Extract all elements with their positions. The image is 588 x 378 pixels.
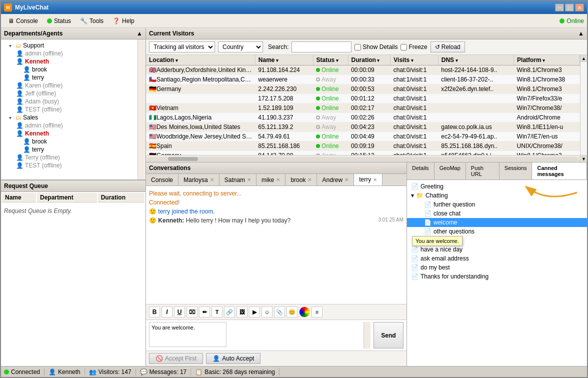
tab-terry[interactable]: terry ✕ (354, 174, 382, 186)
tab-satnam[interactable]: Satnam ✕ (220, 174, 256, 186)
country-select[interactable]: Country (218, 42, 263, 52)
freeze-label[interactable]: Freeze (400, 44, 427, 50)
agent-kenneth-support[interactable]: 👤 Kenneth (1, 58, 138, 66)
agent-jeff-support[interactable]: 👤 Jeff (offline) (1, 90, 138, 98)
menu-tools[interactable]: 🔧 Tools (76, 16, 108, 26)
agent-admin-support[interactable]: 👤 admin (offline) (1, 50, 138, 58)
visitors-vscroll[interactable]: ▲ ▼ (580, 55, 587, 162)
maximize-button[interactable]: □ (565, 4, 574, 12)
dept-sales[interactable]: ▾ 🗂 Sales (1, 114, 138, 122)
vscroll-up[interactable]: ▲ (580, 55, 587, 62)
image-button[interactable]: 🖼 (236, 306, 248, 318)
canned-further-question[interactable]: 📄 further question (407, 200, 587, 209)
auto-accept-button[interactable]: 👤 Auto Accept (206, 353, 260, 364)
table-row[interactable]: 🇨🇱Santiago,Region Metropolitana,Chile we… (146, 75, 580, 84)
text-button[interactable]: T (212, 306, 222, 318)
canned-other-questions[interactable]: 📄 other questions You are welcome. (407, 227, 587, 236)
freeze-checkbox[interactable] (400, 44, 407, 50)
link-button[interactable]: 🔗 (224, 306, 235, 318)
tab-console[interactable]: Console (146, 174, 178, 186)
table-row[interactable]: 🇻🇳Vietnam 1.52.189.109 Online 00:02:17 c… (146, 104, 580, 113)
agent-test-support[interactable]: 👤 TEST (offline) (1, 106, 138, 114)
tab-marloysa[interactable]: Marloysa ✕ (178, 174, 220, 186)
tab-sessions[interactable]: Sessions (500, 162, 532, 180)
table-row[interactable]: 🇺🇸Woodbridge,New Jersey,United States 54… (146, 132, 580, 142)
tab-marloysa-close[interactable]: ✕ (210, 177, 214, 182)
send-button[interactable]: Send (374, 322, 404, 348)
col-duration[interactable]: Duration (348, 55, 390, 66)
table-row[interactable]: 🇺🇸Des Moines,Iowa,United States 65.121.1… (146, 122, 580, 132)
agent-test-sales[interactable]: 👤 TEST (offline) (1, 162, 138, 170)
format-button[interactable]: ⌧ (186, 306, 198, 318)
attach-button[interactable]: 📎 (274, 306, 285, 318)
underline-button[interactable]: U (174, 306, 185, 318)
tab-brook-close[interactable]: ✕ (308, 177, 312, 182)
search-input[interactable] (292, 42, 352, 52)
agent-adam-support[interactable]: 👤 Adam (busy) (1, 98, 138, 106)
col-dns[interactable]: DNS (438, 55, 514, 66)
more-button[interactable]: ≡ (312, 306, 322, 318)
chat-input[interactable]: You are welcome. (149, 322, 226, 347)
menu-help[interactable]: ❓ Help (108, 16, 138, 26)
pencil-button[interactable]: ✏ (199, 306, 210, 318)
tab-mike-close[interactable]: ✕ (276, 177, 280, 182)
canned-do-best[interactable]: 📄 do my best (407, 263, 587, 272)
tab-andrew-close[interactable]: ✕ (344, 177, 348, 182)
emoji-button[interactable]: ☺ (262, 306, 272, 318)
horizontal-scrollbar[interactable] (146, 155, 580, 162)
canned-nice-day[interactable]: 📄 have a nice day (407, 245, 587, 254)
tab-details[interactable]: Details (407, 162, 434, 180)
show-details-checkbox[interactable] (354, 44, 361, 50)
close-button[interactable]: ✕ (575, 4, 584, 12)
canned-greeting[interactable]: 📄 Greeting (407, 182, 587, 191)
col-visits[interactable]: Visits (390, 55, 438, 66)
canned-ask-email[interactable]: 📄 ask email address (407, 254, 587, 263)
minimize-button[interactable]: ─ (555, 4, 564, 12)
tab-brook[interactable]: brook ✕ (286, 174, 317, 186)
smiley-button[interactable]: 😊 (286, 306, 298, 318)
agent-brook-support[interactable]: 👤 brook (1, 66, 138, 74)
bold-button[interactable]: B (149, 306, 160, 318)
dept-support[interactable]: ▾ 🗂 Support (1, 42, 138, 50)
menu-console[interactable]: 🖥 Console (4, 16, 42, 26)
media-button[interactable]: ▶ (249, 306, 260, 318)
table-row[interactable]: 🇳🇬Lagos,Lagos,Nigeria 41.190.3.237 Away … (146, 113, 580, 122)
tab-geomap[interactable]: GeoMap (434, 162, 466, 180)
vscroll-down[interactable]: ▼ (580, 155, 587, 162)
accept-first-button[interactable]: 🚫 Accept First (149, 353, 203, 364)
menu-status[interactable]: Status (43, 16, 75, 26)
tracking-select[interactable]: Tracking all visitors Tracking visitors (149, 42, 215, 52)
agent-brook-sales[interactable]: 👤 brook (1, 138, 138, 146)
col-status[interactable]: Status (313, 55, 348, 66)
table-row[interactable]: 🇩🇪Germany 84.143.70.98 Away 00:15:13 cha… (146, 151, 580, 156)
table-row[interactable]: 172.17.5.208 Online 00:01:12 chat:0/visi… (146, 94, 580, 104)
table-row[interactable]: 🇪🇸Spain 85.251.168.186 Online 00:09:19 c… (146, 142, 580, 151)
italic-button[interactable]: I (162, 306, 172, 318)
col-platform[interactable]: Platform (514, 55, 580, 66)
canned-thanks[interactable]: 📄 Thanks for understanding (407, 272, 587, 281)
tab-satnam-close[interactable]: ✕ (247, 177, 251, 182)
agent-terry2-sales[interactable]: 👤 Terry (offline) (1, 154, 138, 162)
canned-chatting[interactable]: ▾ 📁 Chatting (407, 191, 587, 200)
col-name[interactable]: Name (255, 55, 313, 66)
table-row[interactable]: 🇩🇪Germany 2.242.226.230 Online 00:00:53 … (146, 84, 580, 94)
canned-welcome[interactable]: 📄 welcome (407, 218, 587, 227)
window-controls[interactable]: ─ □ ✕ (555, 4, 584, 12)
canned-close-chat[interactable]: 📄 close chat (407, 209, 587, 218)
tab-pushurl[interactable]: Push URL (466, 162, 500, 180)
tab-canned-messages[interactable]: Canned messages (532, 162, 587, 180)
agent-kenneth-sales[interactable]: 👤 Kenneth (1, 130, 138, 138)
color-button[interactable] (299, 306, 310, 318)
tab-mike[interactable]: mike ✕ (256, 174, 286, 186)
table-row[interactable]: 🇬🇧Adderbury,Oxfordshire,United Kingdom 9… (146, 66, 580, 75)
tab-andrew[interactable]: Andrew ✕ (317, 174, 354, 186)
tab-terry-close[interactable]: ✕ (373, 177, 377, 182)
tree-scrollbar[interactable] (138, 40, 146, 180)
agent-admin-sales[interactable]: 👤 admin (offline) (1, 122, 138, 130)
reload-button[interactable]: ↺ Reload (430, 42, 465, 52)
agent-terry-sales[interactable]: 👤 terry (1, 146, 138, 154)
agent-terry-support[interactable]: 👤 terry (1, 74, 138, 82)
show-details-label[interactable]: Show Details (354, 44, 398, 50)
col-location[interactable]: Location (146, 55, 255, 66)
agent-karen-support[interactable]: 👤 Karen (offline) (1, 82, 138, 90)
